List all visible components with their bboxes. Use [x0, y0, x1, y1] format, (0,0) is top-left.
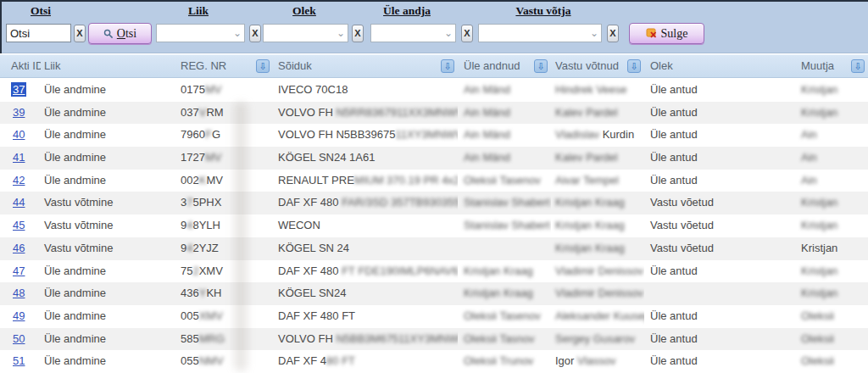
column-filter-icon[interactable]: ⇩ — [627, 59, 641, 73]
akti-id-link[interactable]: 41 — [11, 150, 26, 164]
redacted-text: MRG — [199, 332, 225, 345]
close-button[interactable]: Sulge — [629, 23, 704, 44]
column-header-label: Vastu võtnud — [555, 59, 619, 72]
cell-text: DAF XF 480 — [278, 196, 342, 209]
column-header-label: REG. NR — [181, 59, 226, 72]
cell-muutja: Ain — [797, 124, 868, 147]
redacted-text: Oleksii Tasenov — [464, 309, 541, 322]
cell-vastu: Kalev Pardel — [551, 147, 644, 170]
clear-search-button[interactable]: X — [74, 25, 86, 42]
cell-text: 585 — [181, 332, 199, 345]
column-filter-icon[interactable]: ⇩ — [851, 59, 865, 73]
liik-select[interactable]: ⌄ — [156, 24, 245, 42]
redacted-text: Kristjan — [801, 219, 837, 231]
cell-reg: 0175MV — [171, 79, 273, 102]
cell-yle — [458, 237, 551, 260]
akti-id-link[interactable]: 44 — [11, 195, 26, 209]
cell-text: 055 — [181, 354, 199, 367]
cell-vastu: Aivar Tempel — [551, 170, 644, 192]
cell-soiduk: RENAULT PREMIUM 370.19 PR 4x2 — [273, 170, 458, 192]
column-filter-icon[interactable]: ⇩ — [534, 59, 548, 73]
cell-reg: 037VRM — [171, 102, 273, 125]
yle-andja-select[interactable]: ⌄ — [370, 24, 456, 42]
cell-text: VOLVO FH — [278, 332, 336, 345]
cell-muutja: Kristjan — [797, 102, 868, 125]
vastu-votja-select[interactable]: ⌄ — [478, 24, 602, 42]
clear-olek-button[interactable]: X — [352, 25, 364, 42]
cell-id: 39 — [0, 102, 41, 125]
cell-liik: Üle andmine — [41, 170, 171, 192]
redacted-text: Kalev Pardel — [555, 151, 618, 164]
cell-text: 1727 — [181, 151, 205, 164]
redacted-text: Sergey Gusarov — [555, 332, 635, 345]
akti-id-link[interactable]: 46 — [11, 241, 26, 255]
cell-olek: Üle antud — [644, 305, 797, 328]
clear-liik-button[interactable]: X — [249, 25, 261, 42]
cell-liik: Vastu võtmine — [41, 192, 171, 214]
cell-id: 46 — [0, 237, 41, 260]
column-header-muutja[interactable]: Muutja⇩ — [797, 55, 868, 77]
table-header: Akti IDLiikREG. NR⇩Sõiduk⇩Üle andnud⇩Vas… — [0, 54, 868, 78]
cell-yle: Stanislav Shabert — [458, 192, 551, 214]
cell-liik: Üle andmine — [41, 305, 171, 328]
table-row: 42Üle andmine002KMVRENAULT PREMIUM 370.1… — [0, 170, 868, 192]
olek-select[interactable]: ⌄ — [263, 24, 348, 42]
cell-soiduk: WECON — [273, 214, 458, 237]
column-header-label: Muutja — [801, 59, 834, 72]
redacted-text: Ain Mänd — [464, 151, 510, 164]
search-button[interactable]: Otsi — [88, 23, 152, 44]
redacted-text: MIUM 370.19 PR 4x2 — [354, 174, 458, 186]
column-header-soiduk[interactable]: Sõiduk⇩ — [273, 55, 458, 77]
cell-text: 037 — [181, 106, 199, 119]
table-row: 39Üle andmine037VRMVOLVO FH N5RR8367911X… — [0, 102, 868, 125]
cell-vastu: Vladimir Denissov — [551, 282, 644, 305]
column-filter-icon[interactable]: ⇩ — [256, 59, 270, 73]
column-filter-icon[interactable]: ⇩ — [441, 59, 454, 73]
redacted-text: Kristjan — [801, 264, 837, 277]
redacted-text: MV — [205, 83, 222, 96]
clear-vastu-votja-button[interactable]: X — [607, 25, 619, 42]
cell-text: DAF XF 480 — [278, 264, 342, 277]
redacted-text: Y — [199, 287, 207, 299]
cell-muutja: Kristjan — [797, 214, 868, 237]
redacted-text: Oleksii Tasnov — [464, 332, 535, 345]
redacted-text: Kalev Pardel — [555, 106, 618, 119]
chevron-down-icon: ⌄ — [337, 25, 345, 41]
cell-muutja: Kristjan — [797, 282, 868, 305]
cell-text: VOLVO FH — [278, 106, 336, 119]
filter-label-liik: Liik — [188, 4, 209, 18]
filter-label-otsi: Otsi — [31, 4, 51, 18]
akti-id-link[interactable]: 37 — [11, 82, 26, 97]
cell-yle: Kristjan Kraag — [458, 260, 551, 283]
cell-text: MV — [206, 174, 223, 186]
akti-id-link[interactable]: 50 — [11, 331, 26, 346]
window-border — [0, 2, 2, 53]
clear-yle-andja-button[interactable]: X — [461, 25, 473, 42]
cell-reg: 752XMV — [171, 260, 273, 283]
akti-id-link[interactable]: 48 — [11, 286, 26, 300]
cell-id: 50 — [0, 328, 41, 351]
redacted-text: Oleksii Trunov — [464, 354, 533, 367]
redacted-text: Vladimir Denissov — [555, 264, 643, 277]
akti-id-link[interactable]: 47 — [11, 264, 26, 278]
column-header-olek[interactable]: Olek — [644, 55, 797, 77]
column-header-yle[interactable]: Üle andnud⇩ — [458, 55, 551, 77]
search-input[interactable] — [6, 24, 71, 42]
cell-text: 7960 — [181, 128, 205, 141]
akti-id-link[interactable]: 40 — [11, 127, 26, 142]
cell-text: 0175 — [181, 83, 205, 96]
cell-yle: Oleksii Tasnov — [458, 328, 551, 351]
redacted-text: Oleksii — [801, 332, 834, 345]
column-header-liik[interactable]: Liik — [41, 55, 171, 77]
cell-vastu: Aleksander Kuusep — [551, 305, 644, 328]
redacted-text: Kristjan Kraag — [555, 242, 625, 254]
column-header-reg[interactable]: REG. NR⇩ — [171, 55, 273, 77]
akti-id-link[interactable]: 51 — [11, 354, 26, 368]
redacted-text: Ain Mänd — [464, 83, 510, 96]
akti-id-link[interactable]: 45 — [11, 218, 26, 232]
column-header-vastu[interactable]: Vastu võtnud⇩ — [551, 55, 644, 77]
akti-id-link[interactable]: 42 — [11, 173, 26, 187]
column-header-id[interactable]: Akti ID — [0, 55, 41, 77]
akti-id-link[interactable]: 49 — [11, 309, 26, 323]
akti-id-link[interactable]: 39 — [11, 105, 26, 120]
